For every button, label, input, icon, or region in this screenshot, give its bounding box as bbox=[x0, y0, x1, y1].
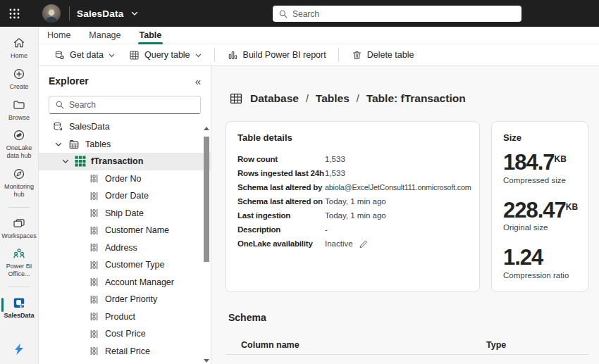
tree-node-database[interactable]: SalesData bbox=[39, 118, 211, 136]
column-icon bbox=[88, 172, 100, 184]
breadcrumb-tables[interactable]: Tables bbox=[316, 92, 350, 105]
database-icon bbox=[51, 120, 64, 133]
size-card-title: Size bbox=[503, 132, 576, 143]
detail-row-schema-altered-on: Schema last altered on Today, 1 min ago bbox=[237, 194, 468, 208]
tree-column-label: Retail Price bbox=[105, 346, 150, 356]
rail-item-create[interactable]: Create bbox=[0, 63, 38, 94]
workspace-body: Explorer « bbox=[39, 66, 599, 364]
table-icon bbox=[128, 49, 140, 61]
get-data-button[interactable]: Get data bbox=[49, 46, 121, 64]
rail-item-salesdata[interactable]: SalesData bbox=[0, 292, 38, 323]
tables-folder-icon bbox=[68, 138, 80, 151]
breadcrumb-separator: / bbox=[306, 93, 309, 104]
tree-column-address[interactable]: Address bbox=[39, 239, 211, 257]
toolbar-divider bbox=[338, 48, 339, 62]
tree-column-order-date[interactable]: Order Date bbox=[39, 187, 211, 205]
tab-manage[interactable]: Manage bbox=[87, 29, 122, 42]
search-icon bbox=[278, 9, 288, 19]
avatar[interactable] bbox=[42, 4, 61, 23]
rail-divider bbox=[8, 207, 30, 208]
rail-item-monitoring-hub[interactable]: Monitoring hub bbox=[0, 163, 38, 202]
tree-column-label: Cost Price bbox=[105, 329, 146, 339]
schema-header-column-name: Column name bbox=[241, 340, 486, 350]
tree-column-product[interactable]: Product bbox=[39, 308, 211, 326]
tree-node-tables-folder[interactable]: Tables bbox=[39, 136, 211, 153]
tree-column-customer-type[interactable]: Customer Type bbox=[39, 256, 211, 274]
rail-item-powerbi-office[interactable]: Power BI Office... bbox=[0, 243, 38, 282]
app-launcher-button[interactable] bbox=[0, 0, 28, 27]
workspaces-icon bbox=[12, 216, 26, 230]
build-powerbi-report-button[interactable]: Build Power BI report bbox=[222, 46, 331, 64]
breadcrumb-separator: / bbox=[357, 93, 359, 104]
workspace-name[interactable]: SalesData bbox=[77, 8, 123, 19]
tree-column-cost-price[interactable]: Cost Price bbox=[39, 325, 211, 343]
tree-column-order-priority[interactable]: Order Priority bbox=[39, 291, 211, 308]
folder-icon bbox=[12, 98, 26, 112]
breadcrumb-current-table: Table: fTransaction bbox=[366, 92, 466, 105]
detail-row-last-ingestion: Last ingestion Today, 1 min ago bbox=[237, 208, 468, 222]
scroll-up-icon[interactable] bbox=[204, 127, 209, 130]
rail-item-workspaces[interactable]: Workspaces bbox=[0, 213, 38, 244]
tree-column-label: Customer Type bbox=[105, 260, 165, 270]
tree-column-label: Account Manager bbox=[105, 277, 174, 287]
explorer-panel: Explorer « bbox=[39, 66, 211, 364]
rail-item-browse[interactable]: Browse bbox=[0, 94, 38, 125]
detail-value: 1,533 bbox=[325, 155, 345, 163]
waffle-icon bbox=[9, 8, 20, 19]
toolbar: Get data Query table bbox=[39, 44, 599, 66]
scroll-down-icon[interactable] bbox=[204, 359, 209, 363]
breadcrumb-database[interactable]: Database bbox=[250, 92, 299, 105]
home-icon bbox=[12, 36, 26, 50]
table-details-rows: Row count 1,533 Rows ingested last 24h 1… bbox=[237, 152, 468, 251]
delete-table-button[interactable]: Delete table bbox=[346, 46, 419, 64]
tab-home[interactable]: Home bbox=[46, 29, 72, 42]
collapse-panel-button[interactable]: « bbox=[195, 76, 201, 87]
detail-label: Schema last altered on bbox=[237, 197, 325, 206]
chevron-down-icon[interactable] bbox=[61, 157, 70, 165]
tree-column-order-no[interactable]: Order No bbox=[39, 170, 211, 188]
metric-label: Compressed size bbox=[503, 176, 576, 184]
metric-compression-ratio: 1.24 Compression ratio bbox=[503, 246, 576, 280]
tree-column-customer-name[interactable]: Customer Name bbox=[39, 222, 211, 239]
tab-table[interactable]: Table bbox=[138, 29, 163, 42]
explorer-title: Explorer bbox=[49, 75, 89, 87]
tree-column-label: Order No bbox=[105, 174, 141, 184]
tree-column-retail-price[interactable]: Retail Price bbox=[39, 343, 211, 360]
column-icon bbox=[88, 294, 100, 306]
explorer-search-input[interactable] bbox=[69, 100, 194, 110]
tree-node-ftransaction[interactable]: fTransaction bbox=[39, 153, 211, 170]
tree-node-label: SalesData bbox=[69, 122, 110, 132]
scrollbar-thumb[interactable] bbox=[204, 137, 209, 262]
query-table-button[interactable]: Query table bbox=[123, 46, 207, 64]
get-data-label: Get data bbox=[70, 50, 104, 60]
chevron-down-icon[interactable] bbox=[54, 140, 63, 149]
edit-onelake-button[interactable] bbox=[358, 239, 369, 249]
column-icon bbox=[88, 276, 100, 288]
tree-column-account-manager[interactable]: Account Manager bbox=[39, 274, 211, 291]
compass-icon bbox=[12, 167, 26, 181]
column-icon bbox=[88, 259, 100, 271]
detail-label: Last ingestion bbox=[237, 211, 325, 220]
metric-label: Compression ratio bbox=[503, 271, 576, 280]
detail-value: abiola@ExcelJetConsult111.onmicrosoft.co… bbox=[325, 183, 471, 192]
rail-item-onelake-data-hub[interactable]: OneLake data hub bbox=[0, 125, 38, 163]
chevron-down-icon bbox=[108, 51, 116, 59]
explorer-search bbox=[49, 96, 201, 114]
explorer-scrollbar[interactable] bbox=[203, 125, 210, 364]
tree-node-label: fTransaction bbox=[91, 156, 143, 166]
feedback-button[interactable] bbox=[11, 341, 27, 357]
metric-original-size: 228.47KB Original size bbox=[503, 199, 576, 232]
tree-column-partial[interactable] bbox=[39, 360, 211, 364]
detail-row-row-count: Row count 1,533 bbox=[237, 152, 468, 166]
metric-unit: KB bbox=[555, 154, 567, 164]
global-search-input[interactable] bbox=[292, 9, 516, 19]
workspace-chevron-button[interactable] bbox=[130, 9, 139, 18]
metric-value: 228.47KB bbox=[503, 199, 576, 222]
trash-icon bbox=[351, 49, 363, 61]
tree-column-ship-date[interactable]: Ship Date bbox=[39, 205, 211, 222]
detail-label: Schema last altered by bbox=[237, 183, 325, 192]
rail-item-home[interactable]: Home bbox=[0, 32, 38, 63]
detail-value: Today, 1 min ago bbox=[325, 211, 386, 220]
detail-value: - bbox=[325, 225, 328, 234]
tree-column-label: Order Priority bbox=[105, 294, 157, 304]
